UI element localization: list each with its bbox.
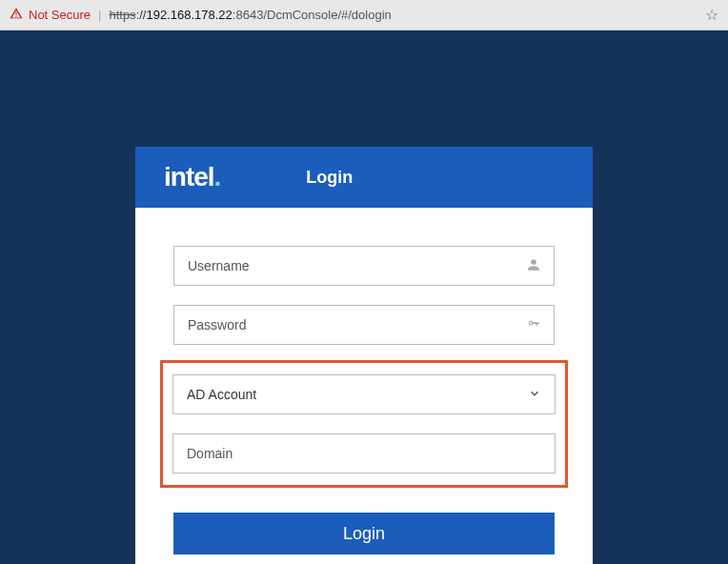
account-type-select-wrapper[interactable]: AD Account	[172, 374, 556, 414]
password-input[interactable]	[188, 317, 527, 332]
intel-logo: intel.	[164, 162, 220, 192]
password-field-wrapper	[173, 305, 555, 345]
username-input[interactable]	[188, 258, 527, 273]
addr-divider: |	[98, 8, 101, 22]
login-form: AD Account Login	[135, 208, 593, 564]
login-header: intel. Login	[135, 147, 593, 208]
warning-icon	[10, 7, 23, 23]
url-path: /DcmConsole/#/dologin	[263, 8, 391, 22]
bookmark-star-icon[interactable]: ☆	[705, 6, 718, 24]
browser-address-bar: Not Secure | https://192.168.178.22:8643…	[0, 0, 728, 30]
username-field-wrapper	[173, 246, 555, 286]
security-label: Not Secure	[29, 8, 91, 22]
page-background: intel. Login AD Account	[0, 30, 728, 564]
domain-field-wrapper	[172, 433, 556, 473]
url-scheme: https	[109, 8, 135, 22]
chevron-down-icon	[528, 387, 541, 403]
account-type-selected: AD Account	[187, 387, 528, 402]
user-icon	[527, 258, 540, 274]
url-host: 192.168.178.22	[146, 8, 232, 22]
key-icon	[527, 317, 540, 333]
highlighted-section: AD Account	[160, 360, 568, 488]
domain-input[interactable]	[187, 446, 541, 461]
login-card: intel. Login AD Account	[135, 147, 593, 564]
security-warning[interactable]: Not Secure	[10, 7, 91, 23]
url-port: :8643	[233, 8, 264, 22]
login-title: Login	[306, 168, 353, 188]
url-display[interactable]: https://192.168.178.22:8643/DcmConsole/#…	[109, 8, 698, 22]
login-button[interactable]: Login	[173, 513, 555, 554]
